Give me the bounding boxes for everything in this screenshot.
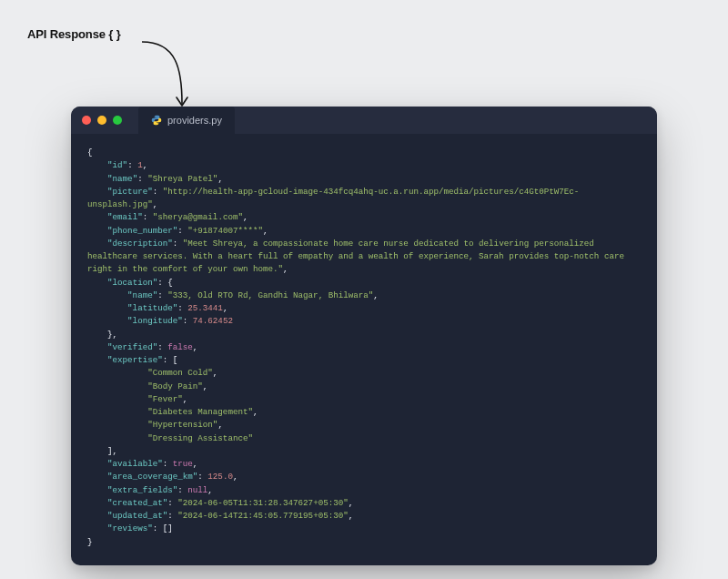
minimize-icon[interactable]: [97, 116, 106, 125]
code-window: providers.py { "id": 1, "name": "Shreya …: [71, 107, 657, 565]
api-response-label: API Response { }: [27, 27, 121, 41]
python-file-icon: [151, 115, 162, 126]
tab-label: providers.py: [167, 115, 222, 126]
traffic-lights: [82, 116, 122, 125]
code-content: { "id": 1, "name": "Shreya Patel", "pict…: [71, 134, 657, 565]
tab-providers[interactable]: providers.py: [138, 107, 235, 134]
brace-open: {: [87, 147, 93, 157]
window-titlebar: providers.py: [71, 107, 657, 134]
close-icon[interactable]: [82, 116, 91, 125]
maximize-icon[interactable]: [113, 116, 122, 125]
brace-close: }: [87, 537, 93, 547]
